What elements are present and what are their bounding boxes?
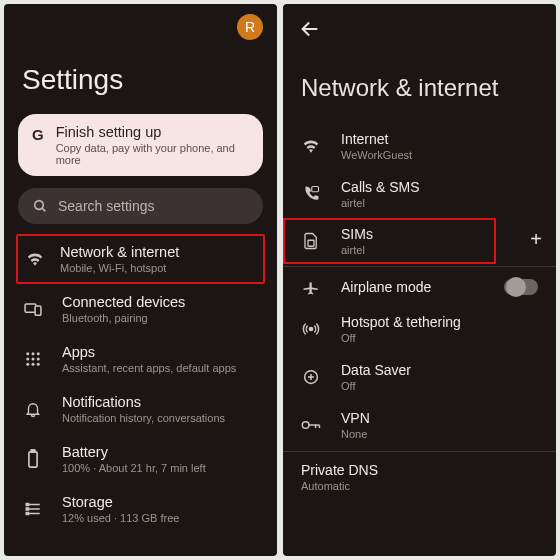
svg-rect-14 [31, 450, 35, 452]
svg-rect-19 [26, 508, 28, 510]
svg-point-8 [32, 358, 35, 361]
row-connected-devices[interactable]: Connected devices Bluetooth, pairing [4, 284, 277, 334]
svg-rect-23 [308, 240, 314, 246]
row-internet[interactable]: Internet WeWorkGuest [283, 122, 556, 170]
back-arrow-icon[interactable] [299, 18, 321, 40]
row-title: Network & internet [60, 244, 179, 260]
row-title: VPN [341, 410, 370, 426]
row-subtitle: WeWorkGuest [341, 149, 412, 161]
google-g-icon: G [32, 126, 44, 143]
svg-point-5 [32, 352, 35, 355]
svg-rect-22 [312, 187, 319, 192]
finish-setup-card[interactable]: G Finish setting up Copy data, pay with … [18, 114, 263, 176]
divider [283, 266, 556, 267]
row-subtitle: 100% · About 21 hr, 7 min left [62, 462, 206, 474]
svg-rect-18 [26, 504, 28, 506]
row-subtitle: None [341, 428, 370, 440]
settings-screen: R Settings G Finish setting up Copy data… [4, 4, 277, 556]
row-notifications[interactable]: Notifications Notification history, conv… [4, 384, 277, 434]
network-internet-screen: Network & internet Internet WeWorkGuest … [283, 4, 556, 556]
row-title: Apps [62, 344, 236, 360]
row-hotspot[interactable]: Hotspot & tethering Off [283, 305, 556, 353]
svg-point-11 [32, 363, 35, 366]
row-title: Storage [62, 494, 179, 510]
search-placeholder: Search settings [58, 198, 155, 214]
row-airplane-mode[interactable]: Airplane mode [283, 269, 556, 305]
row-subtitle: Notification history, conversations [62, 412, 225, 424]
svg-point-0 [35, 201, 44, 210]
add-sim-button[interactable]: + [530, 228, 542, 251]
bell-icon [22, 400, 44, 418]
row-subtitle: Mobile, Wi-Fi, hotspot [60, 262, 179, 274]
row-battery[interactable]: Battery 100% · About 21 hr, 7 min left [4, 434, 277, 484]
row-data-saver[interactable]: Data Saver Off [283, 353, 556, 401]
phone-sms-icon [301, 185, 321, 203]
row-private-dns[interactable]: Private DNS Automatic [283, 454, 556, 504]
devices-icon [22, 299, 44, 319]
row-subtitle: 12% used · 113 GB free [62, 512, 179, 524]
row-network-internet[interactable]: Network & internet Mobile, Wi-Fi, hotspo… [16, 234, 265, 284]
row-calls-sms[interactable]: Calls & SMS airtel [283, 170, 556, 218]
row-storage[interactable]: Storage 12% used · 113 GB free [4, 484, 277, 534]
search-settings[interactable]: Search settings [18, 188, 263, 224]
airplane-mode-toggle[interactable] [504, 279, 538, 295]
card-subtitle: Copy data, pay with your phone, and more [56, 142, 249, 166]
svg-point-6 [37, 352, 40, 355]
row-subtitle: Automatic [301, 480, 538, 492]
row-subtitle: Bluetooth, pairing [62, 312, 185, 324]
row-subtitle: airtel [341, 197, 420, 209]
svg-point-28 [302, 422, 309, 429]
row-sims[interactable]: SIMs airtel [283, 218, 496, 264]
svg-line-1 [42, 208, 45, 211]
svg-rect-13 [29, 452, 37, 467]
svg-point-9 [37, 358, 40, 361]
wifi-icon [24, 249, 46, 269]
row-subtitle: Off [341, 380, 411, 392]
svg-rect-3 [35, 306, 41, 315]
row-vpn[interactable]: VPN None [283, 401, 556, 449]
row-title: Notifications [62, 394, 225, 410]
svg-point-12 [37, 363, 40, 366]
avatar-letter: R [245, 19, 255, 35]
apps-grid-icon [22, 350, 44, 368]
divider [283, 451, 556, 452]
vpn-key-icon [301, 418, 321, 432]
row-title: Internet [341, 131, 412, 147]
svg-point-7 [26, 358, 29, 361]
row-title: SIMs [341, 226, 373, 242]
storage-icon [22, 500, 44, 518]
wifi-icon [301, 136, 321, 156]
row-title: Hotspot & tethering [341, 314, 461, 330]
data-saver-icon [301, 368, 321, 386]
row-title: Private DNS [301, 462, 538, 478]
row-apps[interactable]: Apps Assistant, recent apps, default app… [4, 334, 277, 384]
search-icon [32, 198, 48, 214]
row-subtitle: Off [341, 332, 461, 344]
row-title: Calls & SMS [341, 179, 420, 195]
row-title: Data Saver [341, 362, 411, 378]
svg-point-24 [309, 327, 312, 330]
profile-avatar[interactable]: R [237, 14, 263, 40]
row-title: Airplane mode [341, 279, 431, 295]
row-subtitle: Assistant, recent apps, default apps [62, 362, 236, 374]
svg-point-10 [26, 363, 29, 366]
card-title: Finish setting up [56, 124, 249, 140]
row-subtitle: airtel [341, 244, 373, 256]
hotspot-icon [301, 320, 321, 338]
svg-point-4 [26, 352, 29, 355]
page-title: Settings [4, 40, 277, 114]
page-title: Network & internet [283, 40, 556, 122]
row-title: Battery [62, 444, 206, 460]
battery-icon [22, 449, 44, 469]
sim-icon [301, 232, 321, 250]
svg-rect-20 [26, 513, 28, 515]
svg-rect-2 [25, 304, 36, 312]
airplane-icon [301, 278, 321, 296]
row-title: Connected devices [62, 294, 185, 310]
